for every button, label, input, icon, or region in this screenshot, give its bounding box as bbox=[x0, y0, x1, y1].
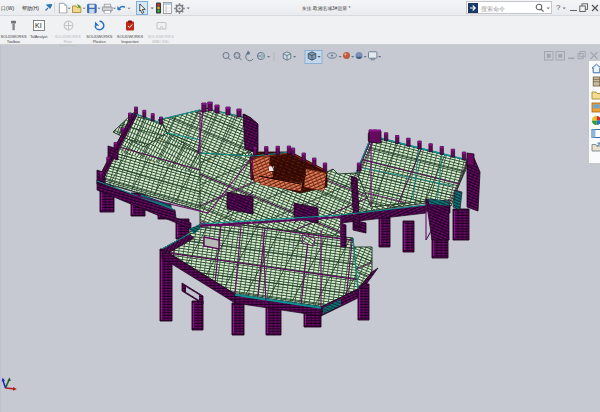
svg-text:KI: KI bbox=[35, 22, 42, 29]
